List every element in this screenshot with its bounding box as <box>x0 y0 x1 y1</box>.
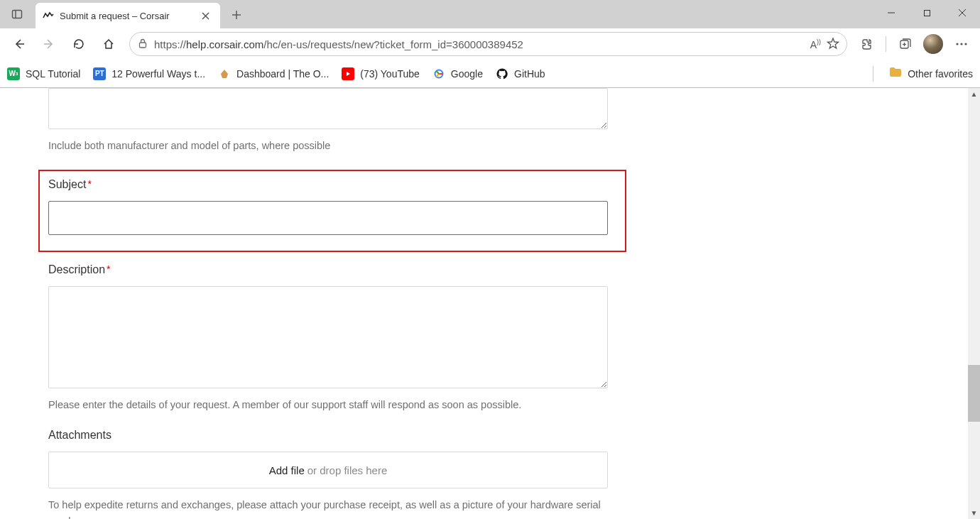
attachments-label: Attachments <box>48 429 625 442</box>
new-tab-button[interactable] <box>224 4 249 26</box>
scroll-thumb[interactable] <box>968 365 980 422</box>
home-button[interactable] <box>95 31 122 58</box>
profile-avatar[interactable] <box>920 31 946 57</box>
subject-highlight: Subject* <box>38 170 626 252</box>
svg-point-17 <box>960 43 962 45</box>
toolbar-separator <box>886 36 886 52</box>
other-favorites-label: Other favorites <box>908 68 973 80</box>
svg-rect-12 <box>140 43 146 48</box>
svg-rect-0 <box>13 11 22 18</box>
bookmarks-bar: W3 SQL Tutorial PT 12 Powerful Ways t...… <box>0 60 980 88</box>
subject-input[interactable] <box>48 201 608 235</box>
svg-point-16 <box>956 43 958 45</box>
settings-more-button[interactable] <box>949 31 974 57</box>
bookmark-github[interactable]: GitHub <box>496 67 545 80</box>
addfile-link[interactable]: Add file <box>269 464 305 476</box>
parts-textarea[interactable] <box>48 88 608 129</box>
tab-actions-button[interactable] <box>4 3 30 26</box>
bookmark-label: (73) YouTube <box>360 68 420 80</box>
bookmark-sql-tutorial[interactable]: W3 SQL Tutorial <box>7 67 80 80</box>
github-icon <box>496 67 508 80</box>
window-close-button[interactable] <box>944 0 980 26</box>
bookmark-youtube[interactable]: (73) YouTube <box>342 67 420 80</box>
window-minimize-button[interactable] <box>873 0 909 26</box>
titlebar: Submit a request – Corsair <box>0 0 980 28</box>
bookmark-12-powerful[interactable]: PT 12 Powerful Ways t... <box>93 67 205 80</box>
browser-toolbar: https://help.corsair.com/hc/en-us/reques… <box>0 28 980 60</box>
corsair-favicon <box>43 10 54 21</box>
description-label: Description* <box>48 263 625 276</box>
google-icon <box>432 67 445 80</box>
collections-icon[interactable] <box>892 31 918 57</box>
odin-icon <box>218 67 231 80</box>
folder-icon <box>889 67 902 80</box>
page-content: Include both manufacturer and model of p… <box>0 88 980 519</box>
svg-point-18 <box>964 43 967 45</box>
bookmarks-separator <box>873 66 873 82</box>
attachments-dropzone[interactable]: Add file or drop files here <box>48 452 608 488</box>
favorite-star-icon[interactable] <box>827 37 839 52</box>
scroll-down-arrow[interactable]: ▼ <box>968 507 980 519</box>
tab-close-button[interactable] <box>199 9 212 22</box>
youtube-icon <box>342 67 354 80</box>
description-textarea[interactable] <box>48 286 608 388</box>
description-helper-text: Please enter the details of your request… <box>48 399 625 410</box>
window-maximize-button[interactable] <box>909 0 944 26</box>
back-button[interactable] <box>6 31 33 58</box>
bookmark-label: SQL Tutorial <box>26 68 80 80</box>
other-favorites[interactable]: Other favorites <box>889 67 973 80</box>
vertical-scrollbar[interactable]: ▲ ▼ <box>968 88 980 519</box>
scroll-up-arrow[interactable]: ▲ <box>968 88 980 100</box>
tab-title: Submit a request – Corsair <box>60 11 193 21</box>
read-aloud-icon[interactable]: A)) <box>810 38 821 50</box>
bookmark-google[interactable]: Google <box>432 67 483 80</box>
forward-button[interactable] <box>36 31 62 58</box>
bookmark-dashboard-odin[interactable]: Dashboard | The O... <box>218 67 329 80</box>
subject-label: Subject* <box>48 178 616 191</box>
parts-helper-text: Include both manufacturer and model of p… <box>48 140 625 151</box>
bookmark-label: 12 Powerful Ways t... <box>111 68 205 80</box>
attachments-helper-text: To help expedite returns and exchanges, … <box>48 497 625 519</box>
pt-icon: PT <box>93 67 106 80</box>
w3schools-icon: W3 <box>7 67 20 80</box>
bookmark-label: GitHub <box>514 68 545 80</box>
extensions-icon[interactable] <box>854 31 880 57</box>
url-text: https://help.corsair.com/hc/en-us/reques… <box>154 38 805 50</box>
address-bar[interactable]: https://help.corsair.com/hc/en-us/reques… <box>129 32 847 56</box>
svg-rect-7 <box>924 10 930 16</box>
ordrop-text: or drop files here <box>307 464 388 476</box>
browser-tab[interactable]: Submit a request – Corsair <box>36 3 220 28</box>
refresh-button[interactable] <box>65 31 92 58</box>
bookmark-label: Dashboard | The O... <box>236 68 329 80</box>
site-info-icon[interactable] <box>137 38 148 51</box>
bookmark-label: Google <box>451 68 483 80</box>
